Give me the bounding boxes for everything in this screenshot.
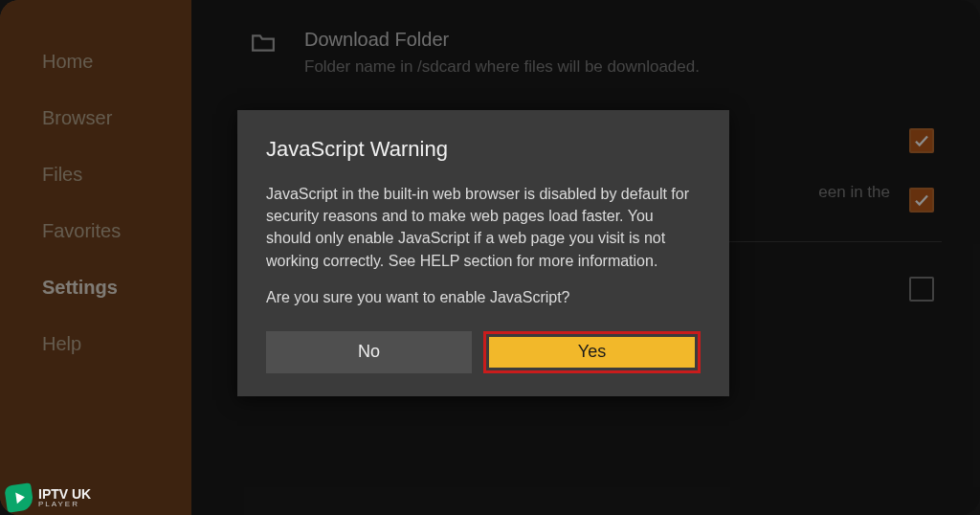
- watermark-logo: IPTV UK PLAYER: [6, 484, 91, 511]
- app-window: Home Browser Files Favorites Settings He…: [0, 0, 980, 515]
- watermark-line2: PLAYER: [38, 501, 91, 508]
- yes-button[interactable]: Yes: [489, 337, 695, 368]
- no-button[interactable]: No: [266, 331, 472, 373]
- dialog-button-row: No Yes: [266, 331, 701, 373]
- dialog-body: JavaScript in the built-in web browser i…: [266, 183, 701, 272]
- javascript-warning-dialog: JavaScript Warning JavaScript in the bui…: [237, 110, 729, 396]
- play-icon: [4, 482, 34, 513]
- yes-button-highlight: Yes: [483, 331, 701, 373]
- dialog-title: JavaScript Warning: [266, 137, 701, 162]
- dialog-question: Are you sure you want to enable JavaScri…: [266, 289, 701, 306]
